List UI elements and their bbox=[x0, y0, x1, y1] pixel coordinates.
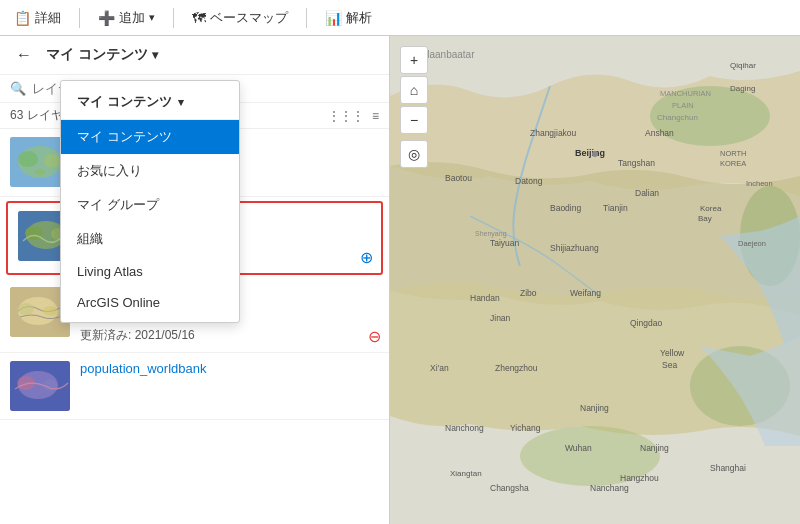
svg-text:Hangzhou: Hangzhou bbox=[620, 473, 659, 483]
basemap-icon: 🗺 bbox=[192, 10, 206, 26]
svg-text:Handan: Handan bbox=[470, 293, 500, 303]
map-svg: Ulaanbaatar Zhangjiakou Anshan Beijing T… bbox=[390, 36, 800, 524]
filter-icon[interactable]: ≡ bbox=[372, 109, 379, 123]
svg-point-4 bbox=[35, 169, 45, 175]
dropdown-item-living-atlas[interactable]: Living Atlas bbox=[61, 256, 239, 287]
locate-button[interactable]: ◎ bbox=[400, 140, 428, 168]
svg-text:Anshan: Anshan bbox=[645, 128, 674, 138]
svg-text:Zhangjiakou: Zhangjiakou bbox=[530, 128, 577, 138]
svg-text:Beijing: Beijing bbox=[575, 148, 605, 158]
add-label: 追加 bbox=[119, 9, 145, 27]
svg-text:Datong: Datong bbox=[515, 176, 543, 186]
layer-date-country: 更新済み: 2021/05/16 bbox=[80, 327, 379, 344]
panel-title: マイ コンテンツ bbox=[46, 46, 148, 64]
svg-text:KOREA: KOREA bbox=[720, 159, 746, 168]
dropdown-item-favorites[interactable]: お気に入り bbox=[61, 154, 239, 188]
svg-point-3 bbox=[44, 154, 60, 168]
home-icon: ⌂ bbox=[410, 82, 418, 98]
svg-text:MANCHURIAN: MANCHURIAN bbox=[660, 89, 711, 98]
dropdown-header: マイ コンテンツ ▾ bbox=[61, 85, 239, 120]
svg-text:PLAIN: PLAIN bbox=[672, 101, 694, 110]
svg-text:Sea: Sea bbox=[662, 360, 677, 370]
toolbar-detail[interactable]: 📋 詳細 bbox=[8, 5, 67, 31]
svg-text:Xi'an: Xi'an bbox=[430, 363, 449, 373]
home-button[interactable]: ⌂ bbox=[400, 76, 428, 104]
svg-text:Daejeon: Daejeon bbox=[738, 239, 766, 248]
main-layout: ← マイ コンテンツ ▾ マイ コンテンツ ▾ マイ コンテンツ お気に入り マ… bbox=[0, 36, 800, 524]
layer-thumbnail-population bbox=[10, 361, 70, 411]
svg-text:Dalian: Dalian bbox=[635, 188, 659, 198]
svg-text:Changsha: Changsha bbox=[490, 483, 529, 493]
back-button[interactable]: ← bbox=[10, 44, 38, 66]
layer-remove-button-country[interactable]: ⊖ bbox=[368, 327, 381, 346]
toolbar-sep-3 bbox=[306, 8, 307, 28]
svg-text:Weifang: Weifang bbox=[570, 288, 601, 298]
svg-text:Yellow: Yellow bbox=[660, 348, 685, 358]
svg-text:Tianjin: Tianjin bbox=[603, 203, 628, 213]
svg-text:Daging: Daging bbox=[730, 84, 755, 93]
svg-text:Nanchang: Nanchang bbox=[590, 483, 629, 493]
dropdown-item-my-contents[interactable]: マイ コンテンツ bbox=[61, 120, 239, 154]
panel-title-dropdown[interactable]: マイ コンテンツ ▾ bbox=[46, 46, 158, 64]
zoom-in-icon: + bbox=[410, 52, 418, 68]
svg-text:Incheon: Incheon bbox=[746, 179, 773, 188]
svg-text:Nanjing: Nanjing bbox=[640, 443, 669, 453]
svg-point-28 bbox=[592, 151, 598, 157]
svg-text:Tangshan: Tangshan bbox=[618, 158, 655, 168]
map-area: Ulaanbaatar Zhangjiakou Anshan Beijing T… bbox=[390, 36, 800, 524]
layer-add-button-worldbank[interactable]: ⊕ bbox=[360, 248, 373, 267]
svg-text:Wuhan: Wuhan bbox=[565, 443, 592, 453]
toolbar-add[interactable]: ➕ 追加 ▾ bbox=[92, 5, 161, 31]
svg-text:Shijiazhuang: Shijiazhuang bbox=[550, 243, 599, 253]
svg-text:Nanjing: Nanjing bbox=[580, 403, 609, 413]
detail-label: 詳細 bbox=[35, 9, 61, 27]
left-panel: ← マイ コンテンツ ▾ マイ コンテンツ ▾ マイ コンテンツ お気に入り マ… bbox=[0, 36, 390, 524]
svg-text:Bay: Bay bbox=[698, 214, 712, 223]
dropdown-item-organization[interactable]: 組織 bbox=[61, 222, 239, 256]
analysis-icon: 📊 bbox=[325, 10, 342, 26]
svg-text:Xiangtan: Xiangtan bbox=[450, 469, 482, 478]
toolbar-analysis[interactable]: 📊 解析 bbox=[319, 5, 378, 31]
svg-text:Changchun: Changchun bbox=[657, 113, 698, 122]
toolbar-sep-2 bbox=[173, 8, 174, 28]
svg-text:Zibo: Zibo bbox=[520, 288, 537, 298]
svg-text:Shanghai: Shanghai bbox=[710, 463, 746, 473]
svg-point-2 bbox=[18, 151, 38, 167]
add-chevron-icon: ▾ bbox=[149, 11, 155, 24]
layer-info-population: population_worldbank bbox=[80, 361, 379, 379]
zoom-in-button[interactable]: + bbox=[400, 46, 428, 74]
basemap-label: ベースマップ bbox=[210, 9, 288, 27]
svg-text:Jinan: Jinan bbox=[490, 313, 511, 323]
search-icon: 🔍 bbox=[10, 81, 26, 96]
dropdown-header-chevron: ▾ bbox=[178, 96, 184, 109]
svg-text:Korea: Korea bbox=[700, 204, 722, 213]
layer-count-icons: ⋮⋮⋮ ≡ bbox=[328, 109, 379, 123]
layer-name-population: population_worldbank bbox=[80, 361, 379, 376]
dropdown-menu: マイ コンテンツ ▾ マイ コンテンツ お気に入り マイ グループ 組織 Liv… bbox=[60, 80, 240, 323]
chevron-down-icon: ▾ bbox=[152, 48, 158, 62]
dropdown-item-my-groups[interactable]: マイ グループ bbox=[61, 188, 239, 222]
svg-text:Baoding: Baoding bbox=[550, 203, 581, 213]
svg-text:Shenyang: Shenyang bbox=[475, 230, 507, 238]
svg-text:Yichang: Yichang bbox=[510, 423, 541, 433]
analysis-label: 解析 bbox=[346, 9, 372, 27]
svg-text:Baotou: Baotou bbox=[445, 173, 472, 183]
locate-icon: ◎ bbox=[408, 146, 420, 162]
svg-text:Qiqihar: Qiqihar bbox=[730, 61, 756, 70]
detail-icon: 📋 bbox=[14, 10, 31, 26]
svg-text:NORTH: NORTH bbox=[720, 149, 747, 158]
svg-point-12 bbox=[18, 303, 34, 315]
svg-text:Nanchong: Nanchong bbox=[445, 423, 484, 433]
svg-point-13 bbox=[43, 306, 57, 316]
panel-header: ← マイ コンテンツ ▾ bbox=[0, 36, 389, 75]
svg-text:Ulaanbaatar: Ulaanbaatar bbox=[420, 49, 475, 60]
svg-text:Qingdao: Qingdao bbox=[630, 318, 662, 328]
toolbar-basemap[interactable]: 🗺 ベースマップ bbox=[186, 5, 294, 31]
columns-icon[interactable]: ⋮⋮⋮ bbox=[328, 109, 364, 123]
layer-item-population[interactable]: population_worldbank bbox=[0, 353, 389, 420]
svg-text:Zhengzhou: Zhengzhou bbox=[495, 363, 538, 373]
zoom-out-button[interactable]: − bbox=[400, 106, 428, 134]
dropdown-item-arcgis-online[interactable]: ArcGIS Online bbox=[61, 287, 239, 318]
zoom-out-icon: − bbox=[410, 112, 418, 128]
dropdown-header-label: マイ コンテンツ bbox=[77, 93, 172, 111]
